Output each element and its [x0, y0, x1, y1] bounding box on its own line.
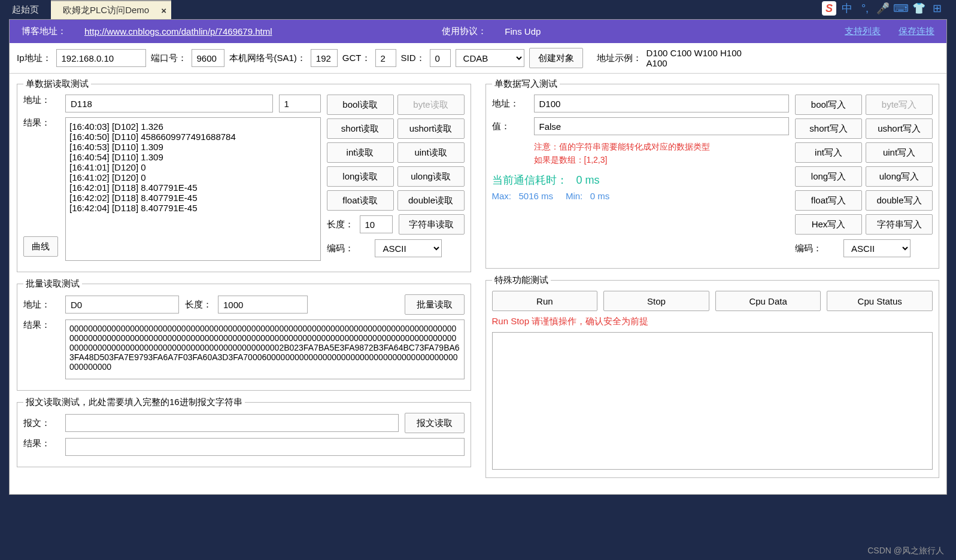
header-bar: 博客地址： http://www.cnblogs.com/dathlin/p/7…	[10, 20, 946, 43]
ushort-read-button[interactable]: ushort读取	[397, 118, 465, 139]
batch-addr-input[interactable]	[65, 296, 179, 314]
run-button[interactable]: Run	[492, 291, 598, 311]
write-addr-label: 地址：	[492, 98, 528, 109]
long-write-button[interactable]: long写入	[795, 166, 862, 187]
gct-input[interactable]	[375, 49, 396, 67]
ime-logo-icon[interactable]: S	[822, 1, 836, 16]
port-label: 端口号：	[151, 53, 187, 64]
msg-read-fieldset: 报文读取测试，此处需要填入完整的16进制报文字符串 报文： 报文读取 结果：	[17, 397, 471, 467]
comm-max-value: 5016 ms	[519, 191, 554, 201]
protocol-label: 使用协议：	[442, 26, 487, 37]
sa1-label: 本机网络号(SA1)：	[229, 53, 306, 64]
int-write-button[interactable]: int写入	[795, 142, 862, 163]
close-icon[interactable]: ×	[161, 5, 166, 16]
curve-button[interactable]: 曲线	[23, 236, 58, 257]
short-read-button[interactable]: short读取	[327, 118, 394, 139]
batch-result-label: 结果：	[23, 319, 59, 331]
read-len-input[interactable]	[360, 215, 393, 233]
tab-active[interactable]: 欧姆龙PLC访问Demo ×	[51, 0, 171, 19]
double-write-button[interactable]: double写入	[866, 190, 933, 211]
float-write-button[interactable]: float写入	[795, 190, 862, 211]
batch-len-label: 长度：	[185, 299, 212, 311]
save-conn-link[interactable]: 保存连接	[899, 26, 934, 37]
byte-write-button: byte写入	[866, 95, 933, 115]
long-read-button[interactable]: long读取	[327, 166, 394, 187]
special-fn-legend: 特殊功能测试	[492, 275, 551, 286]
write-val-input[interactable]	[534, 117, 790, 135]
single-read-fieldset: 单数据读取测试 地址： 结果： 曲线 [1	[17, 78, 471, 272]
port-input[interactable]	[192, 49, 224, 67]
ushort-write-button[interactable]: ushort写入	[866, 118, 933, 139]
ime-toolbar: S 中 °, 🎤 ⌨ 👕 ⊞	[822, 1, 944, 16]
read-count-input[interactable]	[279, 95, 321, 112]
msg-input[interactable]	[65, 414, 399, 432]
batch-len-input[interactable]	[218, 296, 308, 314]
special-fn-fieldset: 特殊功能测试 Run Stop Cpu Data Cpu Status Run …	[485, 275, 940, 478]
special-warn: Run Stop 请谨慎操作，确认安全为前提	[492, 316, 933, 327]
read-enc-label: 编码：	[327, 243, 354, 254]
ulong-write-button[interactable]: ulong写入	[866, 166, 933, 187]
comm-time-label: 当前通信耗时：	[492, 174, 567, 186]
msg-result-label: 结果：	[23, 438, 59, 449]
batch-read-legend: 批量读取测试	[23, 278, 82, 290]
bool-write-button[interactable]: bool写入	[795, 95, 862, 115]
write-val-label: 值：	[492, 121, 528, 132]
read-addr-label: 地址：	[23, 95, 59, 106]
ip-label: Ip地址：	[17, 53, 51, 64]
read-len-label: 长度：	[327, 219, 354, 230]
msg-label: 报文：	[23, 418, 59, 429]
stop-button[interactable]: Stop	[603, 291, 709, 311]
uint-write-button[interactable]: uint写入	[866, 142, 933, 163]
string-read-button[interactable]: 字符串读取	[399, 214, 465, 235]
byte-order-select[interactable]: CDAB	[456, 49, 524, 67]
ime-lang-icon[interactable]: 中	[840, 1, 854, 16]
tab-start-label: 起始页	[12, 4, 39, 16]
bool-read-button[interactable]: bool读取	[327, 95, 394, 115]
int-read-button[interactable]: int读取	[327, 142, 394, 163]
blog-label: 博客地址：	[22, 26, 66, 37]
write-addr-input[interactable]	[534, 95, 790, 112]
comm-time-value: 0 ms	[576, 174, 600, 186]
batch-read-button[interactable]: 批量读取	[405, 294, 465, 315]
create-object-button[interactable]: 创建对象	[529, 48, 583, 68]
special-output-textarea[interactable]	[492, 332, 933, 470]
read-log-textarea[interactable]: [16:40:03] [D102] 1.326 [16:40:50] [D110…	[65, 117, 321, 261]
protocol-value: Fins Udp	[505, 26, 541, 36]
msg-read-button[interactable]: 报文读取	[405, 413, 465, 433]
cpu-data-button[interactable]: Cpu Data	[715, 291, 821, 311]
ime-mic-icon[interactable]: 🎤	[876, 1, 890, 16]
read-addr-input[interactable]	[65, 95, 273, 112]
uint-read-button[interactable]: uint读取	[397, 142, 465, 163]
cpu-status-button[interactable]: Cpu Status	[827, 291, 933, 311]
sa1-input[interactable]	[311, 49, 338, 67]
batch-result-textarea[interactable]: 0000000000000000000000000000000000000000…	[65, 319, 465, 379]
byte-read-button: byte读取	[397, 95, 465, 115]
read-result-label: 结果：	[23, 117, 59, 129]
ime-punct-icon[interactable]: °,	[858, 1, 872, 16]
watermark: CSDN @风之旅行人	[867, 546, 944, 556]
gct-label: GCT：	[342, 53, 371, 64]
sid-input[interactable]	[430, 49, 451, 67]
string-write-button[interactable]: 字符串写入	[866, 214, 933, 235]
write-enc-select[interactable]: ASCII	[843, 239, 911, 257]
tab-active-label: 欧姆龙PLC访问Demo	[63, 5, 149, 16]
tab-start[interactable]: 起始页	[0, 0, 51, 19]
ime-toolbox-icon[interactable]: ⊞	[930, 1, 944, 16]
float-read-button[interactable]: float读取	[327, 190, 394, 211]
comm-min-value: 0 ms	[590, 191, 610, 201]
read-enc-select[interactable]: ASCII	[375, 239, 442, 257]
blog-link[interactable]: http://www.cnblogs.com/dathlin/p/7469679…	[84, 26, 272, 36]
double-read-button[interactable]: double读取	[397, 190, 465, 211]
ulong-read-button[interactable]: ulong读取	[397, 166, 465, 187]
ime-skin-icon[interactable]: 👕	[912, 1, 926, 16]
short-write-button[interactable]: short写入	[795, 118, 862, 139]
connection-row: Ip地址： 端口号： 本机网络号(SA1)： GCT： SID： CDAB 创建…	[10, 43, 946, 74]
write-enc-label: 编码：	[795, 243, 822, 254]
msg-result-textarea[interactable]	[65, 438, 465, 456]
batch-addr-label: 地址：	[23, 299, 59, 311]
sid-label: SID：	[401, 53, 425, 64]
ime-keyboard-icon[interactable]: ⌨	[894, 1, 908, 16]
hex-write-button[interactable]: Hex写入	[795, 214, 862, 235]
support-link[interactable]: 支持列表	[845, 26, 881, 37]
ip-input[interactable]	[56, 49, 146, 67]
